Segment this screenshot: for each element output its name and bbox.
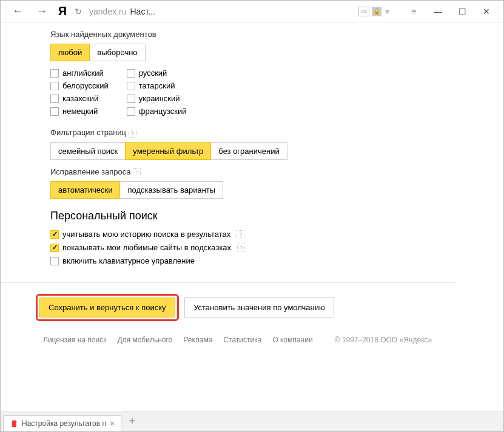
counter-badge[interactable]: 24 <box>358 7 369 16</box>
correction-option-suggest[interactable]: подсказывать варианты <box>119 181 223 199</box>
reset-defaults-button[interactable]: Установить значения по умолчанию <box>184 297 334 317</box>
filter-option-none[interactable]: без ограничений <box>210 142 287 160</box>
chevron-down-icon[interactable]: ▾ <box>385 7 389 16</box>
checkbox-icon <box>50 82 59 90</box>
tab-title: Настройка результатов п <box>22 419 106 428</box>
footer-link-about[interactable]: О компании <box>272 336 312 344</box>
footer-link-mobile[interactable]: Для мобильного <box>117 336 172 344</box>
checkbox-icon <box>50 230 59 239</box>
checkbox-icon <box>127 69 135 78</box>
highlight-annotation: Сохранить и вернуться к поиску <box>36 294 179 321</box>
address-url[interactable]: yandex.ru <box>89 7 126 16</box>
correction-toggle-group: автоматически подсказывать варианты <box>50 181 503 199</box>
checkbox-icon <box>50 244 59 252</box>
lang-checkbox-french[interactable]: французский <box>127 107 187 116</box>
language-section-label: Язык найденных документов <box>50 30 503 39</box>
tab-bar: Настройка результатов п × + <box>1 411 503 431</box>
menu-button[interactable]: ≡ <box>402 7 426 16</box>
help-icon[interactable]: ? <box>237 244 245 251</box>
personal-checkbox-favorites[interactable]: показывать мои любимые сайты в подсказка… <box>50 243 503 252</box>
lang-checkbox-tatar[interactable]: татарский <box>127 81 187 90</box>
filter-option-family[interactable]: семейный поиск <box>50 142 126 160</box>
personal-checkbox-keyboard[interactable]: включить клавиатурное управление <box>50 256 503 265</box>
checkbox-icon <box>127 95 135 103</box>
reload-button[interactable]: ↻ <box>71 7 86 16</box>
address-title: Наст... <box>130 7 155 16</box>
personal-search-heading: Персональный поиск <box>50 210 503 222</box>
back-button[interactable]: ← <box>5 5 30 18</box>
footer-link-stats[interactable]: Статистика <box>223 336 261 344</box>
footer-link-ads[interactable]: Реклама <box>183 336 212 344</box>
lang-checkbox-german[interactable]: немецкий <box>50 107 109 116</box>
tab-favicon-icon <box>10 419 18 428</box>
lang-checkbox-russian[interactable]: русский <box>127 68 187 78</box>
copyright-text: © 1997–2018 ООО «Яндекс» <box>335 336 432 344</box>
minimize-button[interactable]: — <box>426 7 450 16</box>
forward-button[interactable]: → <box>30 5 54 18</box>
tab-close-button[interactable]: × <box>110 419 115 428</box>
checkbox-icon <box>50 95 59 103</box>
help-icon[interactable]: ? <box>237 230 244 238</box>
filter-option-moderate[interactable]: умеренный фильтр <box>125 142 211 160</box>
checkbox-icon <box>50 107 59 116</box>
yandex-logo-icon: Я <box>54 4 71 18</box>
checkbox-icon <box>50 69 59 78</box>
checkbox-icon <box>50 257 59 265</box>
correction-option-auto[interactable]: автоматически <box>50 181 120 199</box>
lang-checkbox-kazakh[interactable]: казахский <box>50 94 109 103</box>
help-icon[interactable]: ? <box>133 168 141 176</box>
browser-tab[interactable]: Настройка результатов п × <box>3 415 121 432</box>
maximize-button[interactable]: ☐ <box>450 7 474 16</box>
lang-option-any[interactable]: любой <box>50 44 90 61</box>
lang-checkbox-belarusian[interactable]: белорусский <box>50 81 109 90</box>
lang-checkbox-english[interactable]: английский <box>50 68 109 78</box>
filter-section-label: Фильтрация страниц? <box>50 128 503 138</box>
footer-links: Лицензия на поиск Для мобильного Реклама… <box>1 321 503 351</box>
lang-option-selective[interactable]: выборочно <box>89 44 145 61</box>
new-tab-button[interactable]: + <box>124 414 141 429</box>
close-window-button[interactable]: ✕ <box>474 7 499 16</box>
lock-icon: 🔒 <box>372 7 381 16</box>
footer-link-license[interactable]: Лицензия на поиск <box>43 336 106 344</box>
language-toggle-group: любой выборочно <box>50 44 503 61</box>
lang-checkbox-ukrainian[interactable]: украинский <box>127 94 187 103</box>
checkbox-icon <box>127 107 135 116</box>
checkbox-icon <box>127 82 135 90</box>
help-icon[interactable]: ? <box>129 130 136 138</box>
personal-checkbox-history[interactable]: учитывать мою историю поиска в результат… <box>50 230 503 239</box>
filter-toggle-group: семейный поиск умеренный фильтр без огра… <box>50 142 503 160</box>
correction-section-label: Исправление запроса? <box>50 167 503 177</box>
save-button[interactable]: Сохранить и вернуться к поиску <box>39 297 175 317</box>
